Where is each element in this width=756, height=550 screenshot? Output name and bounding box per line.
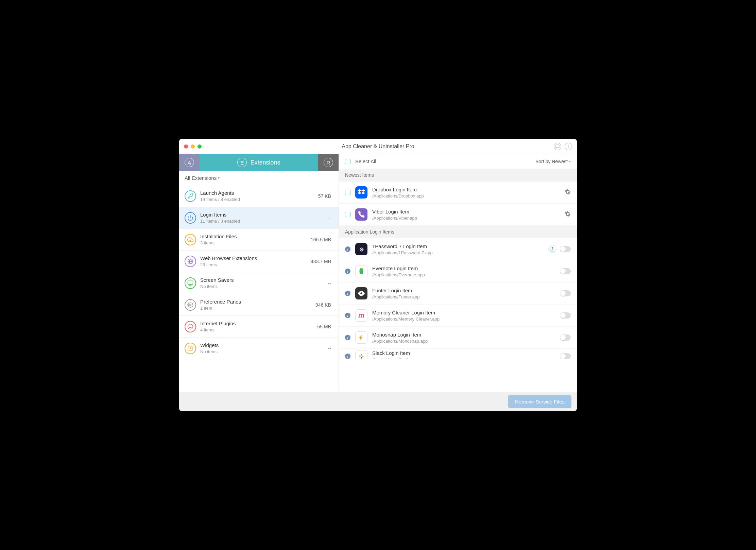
category-size: -- [328,280,331,286]
items-list[interactable]: Newest Items Dropbox Login Item /Applica… [339,169,577,392]
select-all-checkbox[interactable] [345,159,350,164]
extensions-icon: E [237,158,247,167]
item-path: /Applications/Monosnap.app [372,339,555,344]
titlebar: App Cleaner & Uninstaller Pro i [179,139,577,154]
toggle-switch[interactable] [560,312,571,319]
category-size: 57 KB [318,193,331,199]
maximize-button[interactable] [197,144,202,149]
category-name: Screen Savers [200,277,324,283]
info-icon[interactable]: i [345,335,350,340]
slack-app-icon [355,350,367,359]
list-item[interactable]: i Monosnap Login Item /Applications/Mono… [339,327,577,349]
item-name: 1Password 7 Login Item [372,243,544,249]
category-list[interactable]: Launch Agents 14 items / 8 enabled 57 KB… [179,185,339,392]
info-icon[interactable]: i [565,143,572,150]
remaining-icon: R [324,158,333,167]
category-text: Preference Panes 1 item [200,299,311,311]
category-item[interactable]: Login Items 11 items / 3 enabled -- [179,207,339,229]
plugin-icon [185,321,196,332]
item-checkbox[interactable] [345,190,350,195]
viber-app-icon [355,208,367,221]
info-icon[interactable]: i [345,269,350,274]
info-icon[interactable]: i [345,313,350,318]
svg-rect-12 [359,356,361,357]
item-text: Dropbox Login Item /Applications/Dropbox… [372,187,560,199]
category-item[interactable]: Installation Files 3 items 166.5 MB [179,229,339,251]
category-sub: No items [200,284,324,289]
category-size: 166.5 MB [311,237,331,242]
svg-rect-13 [361,354,362,356]
tab-applications[interactable]: A [179,154,200,171]
remove-button[interactable]: Remove Service Files [508,395,571,408]
info-icon[interactable]: i [345,246,350,252]
toggle-switch[interactable] [560,353,571,359]
category-item[interactable]: Web Browser Extensions 29 items 433.7 MB [179,251,339,272]
category-text: Launch Agents 14 items / 8 enabled [200,190,314,202]
list-item[interactable]: i Slack Login Item /Applications/Slack.a… [339,349,577,359]
item-text: Monosnap Login Item /Applications/Monosn… [372,332,555,344]
list-item[interactable]: i ⊝ 1Password 7 Login Item /Applications… [339,238,577,260]
category-name: Preference Panes [200,299,311,305]
list-item[interactable]: Viber Login Item /Applications/Viber.app [339,204,577,226]
memory-app-icon: m [355,309,367,322]
toggle-switch[interactable] [560,246,571,252]
toggle-switch[interactable] [560,268,571,274]
widget-icon [185,343,196,354]
screen-icon [185,277,196,289]
item-text: Funter Login Item /Applications/Funter.a… [372,288,555,299]
window-title: App Cleaner & Uninstaller Pro [179,143,577,150]
item-path: /Applications/Evernote.app [372,272,555,277]
sort-dropdown[interactable]: Sort by Newest ▾ [535,159,571,164]
right-panel: Select All Sort by Newest ▾ Newest Items… [339,154,577,392]
category-item[interactable]: Screen Savers No items -- [179,272,339,294]
left-panel: A E Extensions R All Extensions ▾ Launch… [179,154,339,392]
item-text: Viber Login Item /Applications/Viber.app [372,209,560,221]
category-item[interactable]: Widgets No items -- [179,338,339,359]
item-name: Evernote Login Item [372,265,555,271]
gear-icon[interactable] [565,189,571,196]
evernote-app-icon [355,265,367,277]
list-item[interactable]: Dropbox Login Item /Applications/Dropbox… [339,182,577,204]
power-icon [185,212,196,224]
category-item[interactable]: Preference Panes 1 item 946 KB [179,294,339,316]
section-app-login: Application Login Items [339,226,577,238]
item-name: Dropbox Login Item [372,187,560,192]
list-item[interactable]: i Evernote Login Item /Applications/Ever… [339,260,577,282]
info-icon[interactable]: i [345,354,350,359]
item-checkbox[interactable] [345,212,350,217]
globe-icon [185,256,196,267]
category-name: Internet Plugins [200,321,313,326]
toggle-switch[interactable] [560,290,571,296]
item-name: Viber Login Item [372,209,560,214]
category-item[interactable]: Internet Plugins 4 items 55 MB [179,316,339,338]
1password-app-icon: ⊝ [355,243,367,255]
tab-extensions[interactable]: E Extensions [200,154,318,171]
list-item[interactable]: i m Memory Cleaner Login Item /Applicati… [339,305,577,327]
list-item[interactable]: i Funter Login Item /Applications/Funter… [339,282,577,305]
gear-icon[interactable] [565,211,571,218]
svg-rect-3 [188,281,193,285]
share-icon[interactable] [548,245,556,253]
category-size: 946 KB [315,302,331,308]
filter-dropdown[interactable]: All Extensions ▾ [179,171,339,185]
category-name: Installation Files [200,234,307,239]
item-name: Funter Login Item [372,288,555,293]
feedback-icon[interactable] [554,143,561,150]
tab-remaining[interactable]: R [318,154,339,171]
category-text: Web Browser Extensions 29 items [200,255,307,267]
close-button[interactable] [184,144,188,149]
item-path: /Applications/Slack.app [372,357,555,359]
category-item[interactable]: Launch Agents 14 items / 8 enabled 57 KB [179,185,339,207]
section-newest: Newest Items [339,169,577,182]
item-path: /Applications/Funter.app [372,294,555,299]
category-text: Login Items 11 items / 3 enabled [200,212,324,224]
minimize-button[interactable] [191,144,195,149]
item-text: Evernote Login Item /Applications/Everno… [372,265,555,277]
gear-icon [185,299,196,311]
toggle-switch[interactable] [560,334,571,341]
info-icon[interactable]: i [345,291,350,296]
chevron-down-icon: ▾ [569,159,571,163]
body: A E Extensions R All Extensions ▾ Launch… [179,154,577,392]
item-name: Memory Cleaner Login Item [372,310,555,315]
item-name: Slack Login Item [372,350,555,356]
